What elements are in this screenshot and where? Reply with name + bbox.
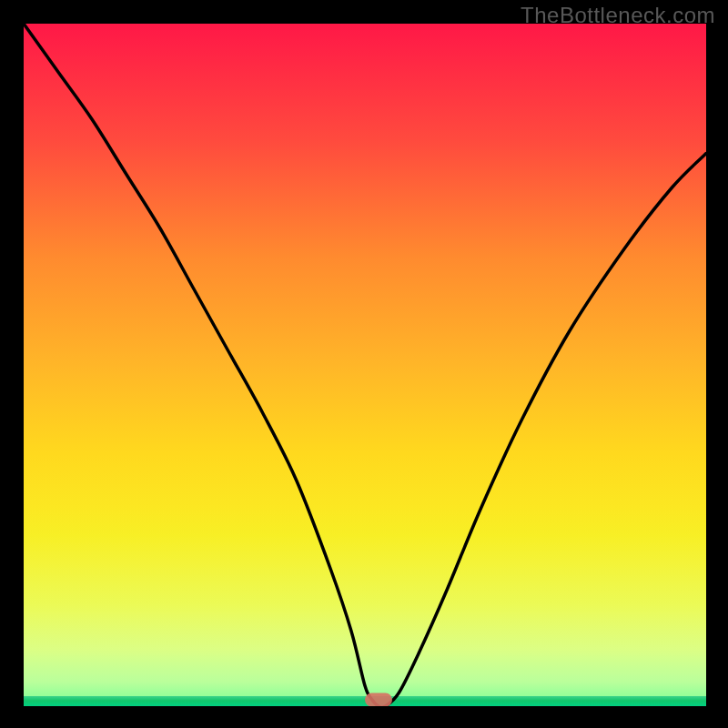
optimum-marker xyxy=(365,693,392,706)
chart-frame: TheBottleneck.com xyxy=(0,0,728,728)
plot-area xyxy=(24,24,706,706)
bottleneck-curve xyxy=(24,24,706,706)
